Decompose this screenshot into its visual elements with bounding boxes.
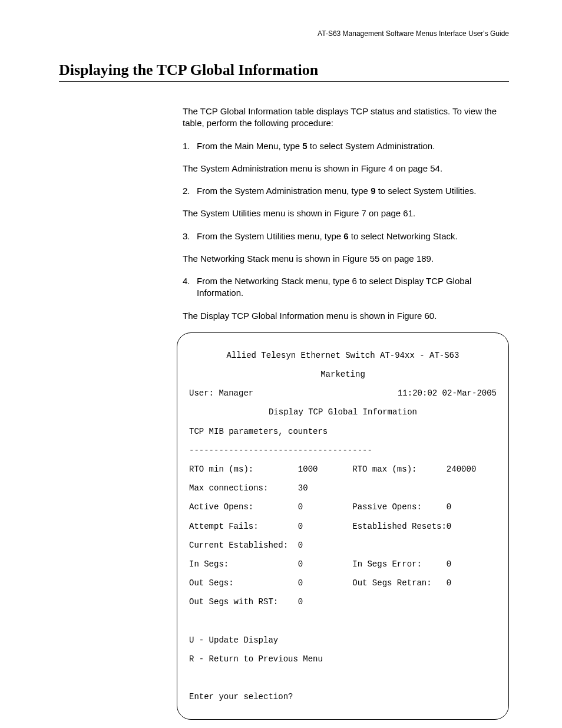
step-number: 1. — [183, 140, 197, 152]
step-text: From the Networking Stack menu, type 6 t… — [197, 275, 509, 299]
terminal-window: Allied Telesyn Ethernet Switch AT-94xx -… — [177, 332, 509, 720]
step-number: 4. — [183, 275, 197, 299]
terminal-mib-header: TCP MIB parameters, counters — [189, 427, 497, 436]
step-pre: From the Networking Stack menu, type 6 t… — [197, 276, 471, 298]
step-follow: The Networking Stack menu is shown in Fi… — [183, 253, 509, 265]
step-pre: From the System Administration menu, typ… — [197, 186, 371, 196]
step-1: 1. From the Main Menu, type 5 to select … — [183, 140, 509, 152]
terminal-menu-title: Display TCP Global Information — [189, 407, 497, 417]
terminal-blank — [189, 673, 497, 683]
terminal-option-r: R - Return to Previous Menu — [189, 654, 497, 664]
terminal-row: Out Segs: 0 Out Segs Retran: 0 — [189, 578, 497, 588]
body-content: The TCP Global Information table display… — [183, 106, 509, 728]
intro-paragraph: The TCP Global Information table display… — [183, 106, 509, 130]
page-title: Displaying the TCP Global Information — [59, 61, 509, 79]
terminal-row: Attempt Fails: 0 Established Resets:0 — [189, 522, 497, 531]
terminal-row: Out Segs with RST: 0 — [189, 597, 497, 607]
step-post: to select System Administration. — [308, 141, 435, 151]
terminal-title-2: Marketing — [189, 370, 497, 379]
terminal-row: RTO min (ms): 1000 RTO max (ms): 240000 — [189, 465, 497, 474]
step-number: 3. — [183, 230, 197, 242]
terminal-row: Current Established: 0 — [189, 541, 497, 550]
step-2: 2. From the System Administration menu, … — [183, 185, 509, 197]
step-post: to select Networking Stack. — [349, 231, 458, 241]
terminal-user: User: Manager — [189, 388, 253, 398]
terminal-datetime: 11:20:02 02-Mar-2005 — [398, 388, 497, 398]
terminal-row: Active Opens: 0 Passive Opens: 0 — [189, 502, 497, 512]
step-follow: The System Administration menu is shown … — [183, 163, 509, 174]
terminal-row: In Segs: 0 In Segs Error: 0 — [189, 559, 497, 569]
step-bold: 6 — [343, 231, 348, 241]
step-number: 2. — [183, 185, 197, 197]
step-text: From the System Utilities menu, type 6 t… — [197, 230, 509, 242]
step-text: From the Main Menu, type 5 to select Sys… — [197, 140, 509, 152]
terminal-title-1: Allied Telesyn Ethernet Switch AT-94xx -… — [189, 351, 497, 360]
terminal-row: Max connections: 30 — [189, 483, 497, 493]
step-pre: From the System Utilities menu, type — [197, 231, 343, 241]
terminal-option-u: U - Update Display — [189, 635, 497, 645]
title-rule — [59, 81, 509, 82]
terminal-divider: ------------------------------------- — [189, 446, 497, 455]
step-bold: 5 — [302, 141, 307, 151]
terminal-prompt: Enter your selection? — [189, 692, 497, 701]
step-post: to select System Utilities. — [375, 186, 476, 196]
terminal-blank — [189, 616, 497, 625]
step-4: 4. From the Networking Stack menu, type … — [183, 275, 509, 299]
running-head: AT-S63 Management Software Menus Interfa… — [59, 29, 509, 38]
step-text: From the System Administration menu, typ… — [197, 185, 509, 197]
step-follow: The System Utilities menu is shown in Fi… — [183, 207, 509, 219]
step-pre: From the Main Menu, type — [197, 141, 302, 151]
step-follow: The Display TCP Global Information menu … — [183, 310, 509, 322]
step-3: 3. From the System Utilities menu, type … — [183, 230, 509, 242]
